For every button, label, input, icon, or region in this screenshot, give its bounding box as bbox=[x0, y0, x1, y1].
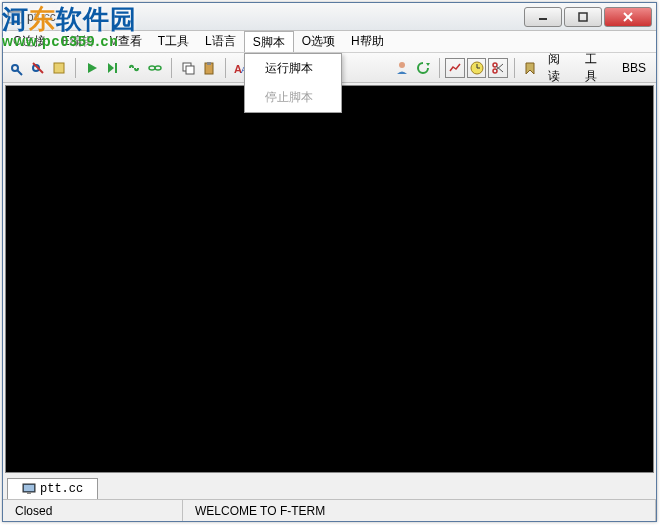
toolbar-addressbook-icon[interactable] bbox=[50, 58, 69, 78]
toolbar-skip-icon[interactable] bbox=[103, 58, 122, 78]
app-icon bbox=[7, 9, 23, 25]
monitor-icon bbox=[22, 483, 36, 495]
tab-ptt[interactable]: ptt.cc bbox=[7, 478, 98, 499]
svg-rect-3 bbox=[579, 13, 587, 21]
menu-option[interactable]: O选项 bbox=[294, 31, 343, 52]
toolbar-separator bbox=[514, 58, 515, 78]
toolbar-paste-icon[interactable] bbox=[199, 58, 218, 78]
menu-help[interactable]: H帮助 bbox=[343, 31, 392, 52]
main-window: ptt.cc C连接 E编辑 V查看 T工具 L语言 S脚本 运行脚本 bbox=[2, 2, 657, 522]
close-icon bbox=[622, 12, 634, 22]
svg-line-7 bbox=[17, 70, 22, 75]
toolbar-link-icon[interactable] bbox=[124, 58, 143, 78]
toolbar-copy-icon[interactable] bbox=[178, 58, 197, 78]
toolbar-disconnect-icon[interactable] bbox=[28, 58, 47, 78]
menu-tool[interactable]: T工具 bbox=[150, 31, 197, 52]
svg-rect-10 bbox=[54, 63, 64, 73]
toolbar-connect-icon[interactable] bbox=[7, 58, 26, 78]
minimize-icon bbox=[538, 12, 548, 22]
toolbar-bbs-button[interactable]: BBS bbox=[616, 61, 652, 75]
toolbar-separator bbox=[171, 58, 172, 78]
toolbar-play-icon[interactable] bbox=[82, 58, 101, 78]
svg-rect-34 bbox=[24, 485, 34, 491]
titlebar: ptt.cc bbox=[3, 3, 656, 31]
svg-rect-19 bbox=[207, 62, 211, 65]
svg-point-14 bbox=[149, 66, 155, 70]
maximize-button[interactable] bbox=[564, 7, 602, 27]
toolbar-chart-icon[interactable] bbox=[445, 58, 464, 78]
dropdown-stop-script: 停止脚本 bbox=[245, 83, 341, 112]
svg-rect-1 bbox=[9, 13, 21, 22]
toolbar-bookmark-icon[interactable] bbox=[521, 58, 540, 78]
menu-script[interactable]: S脚本 运行脚本 停止脚本 bbox=[244, 31, 294, 52]
toolbar-separator bbox=[75, 58, 76, 78]
toolbar-separator bbox=[225, 58, 226, 78]
tabbar: ptt.cc bbox=[3, 475, 656, 499]
svg-point-24 bbox=[399, 62, 405, 68]
terminal-view[interactable] bbox=[5, 85, 654, 473]
status-welcome: WELCOME TO F-TERM bbox=[183, 500, 656, 521]
toolbar-refresh-icon[interactable] bbox=[413, 58, 432, 78]
toolbar-clock-icon[interactable] bbox=[467, 58, 486, 78]
menu-language[interactable]: L语言 bbox=[197, 31, 244, 52]
close-button[interactable] bbox=[604, 7, 652, 27]
menu-connect[interactable]: C连接 bbox=[5, 31, 54, 52]
svg-marker-11 bbox=[88, 63, 97, 73]
script-dropdown: 运行脚本 停止脚本 bbox=[244, 53, 342, 113]
menubar: C连接 E编辑 V查看 T工具 L语言 S脚本 运行脚本 停止脚本 O选项 H帮… bbox=[3, 31, 656, 53]
title-text: ptt.cc bbox=[27, 10, 522, 24]
maximize-icon bbox=[578, 12, 588, 22]
menu-script-label: S脚本 bbox=[253, 34, 285, 51]
status-state: Closed bbox=[3, 500, 183, 521]
svg-rect-17 bbox=[186, 66, 194, 74]
svg-point-15 bbox=[155, 66, 161, 70]
dropdown-run-script[interactable]: 运行脚本 bbox=[245, 54, 341, 83]
menu-view[interactable]: V查看 bbox=[102, 31, 150, 52]
svg-marker-12 bbox=[108, 63, 114, 73]
toolbar-scissors-icon[interactable] bbox=[488, 58, 507, 78]
toolbar-chain-icon[interactable] bbox=[146, 58, 165, 78]
minimize-button[interactable] bbox=[524, 7, 562, 27]
svg-marker-25 bbox=[426, 63, 430, 66]
toolbar-read-button[interactable]: 阅读 bbox=[542, 51, 577, 85]
menu-edit[interactable]: E编辑 bbox=[54, 31, 102, 52]
svg-rect-35 bbox=[27, 492, 31, 494]
tab-label: ptt.cc bbox=[40, 482, 83, 496]
toolbar-tool-button[interactable]: 工具 bbox=[579, 51, 614, 85]
svg-rect-13 bbox=[115, 63, 117, 73]
toolbar-separator bbox=[439, 58, 440, 78]
toolbar-user-icon[interactable] bbox=[392, 58, 411, 78]
statusbar: Closed WELCOME TO F-TERM bbox=[3, 499, 656, 521]
